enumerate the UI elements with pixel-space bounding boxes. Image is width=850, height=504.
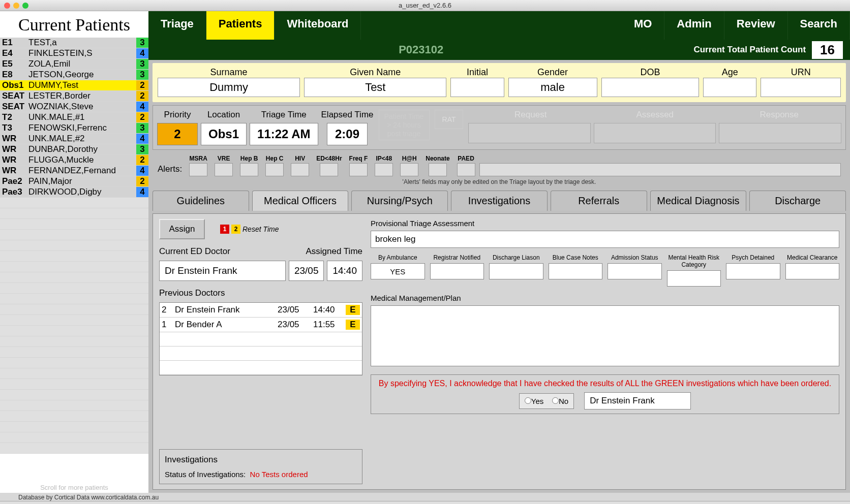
flag-adm[interactable] <box>608 263 662 279</box>
alerts-label: Alerts: <box>158 164 182 174</box>
reset-time[interactable]: 1 2 Reset Time <box>220 225 279 234</box>
ack-yes-radio[interactable] <box>525 397 531 404</box>
alerts-note: 'Alerts' fields may only be edited on th… <box>153 178 846 185</box>
fld-response[interactable] <box>719 123 841 143</box>
fld-gender[interactable]: male <box>508 78 597 97</box>
alert-Neonate[interactable] <box>429 163 447 176</box>
assigned-date[interactable]: 23/05 <box>289 261 324 281</box>
alert-PAED[interactable] <box>457 163 475 176</box>
nav-admin[interactable]: Admin <box>664 11 724 40</box>
hdr-age: Age <box>703 67 756 78</box>
hdr-gender: Gender <box>508 67 597 78</box>
patient-list[interactable]: E1TEST,a3E4FINKLESTEIN,S4E5ZOLA,Emil3E8J… <box>0 38 148 482</box>
patient-sidebar: Current Patients E1TEST,a3E4FINKLESTEIN,… <box>0 11 148 493</box>
nav-patients[interactable]: Patients <box>206 11 275 40</box>
previous-doctors-table: 2Dr Enstein Frank23/0514:40E1Dr Bender A… <box>159 302 362 375</box>
fld-surname[interactable]: Dummy <box>158 78 300 97</box>
patient-row[interactable]: E5ZOLA,Emil3 <box>0 59 148 70</box>
rat-button[interactable]: RAT <box>435 110 464 129</box>
reset-sq-2: 2 <box>231 225 240 234</box>
tab-nursing-psych[interactable]: Nursing/Psych <box>351 191 448 211</box>
tab-referrals[interactable]: Referrals <box>551 191 647 211</box>
fld-request[interactable] <box>468 123 591 143</box>
ack-yes-no[interactable]: Yes No <box>519 393 574 409</box>
nav-triage[interactable]: Triage <box>148 11 206 40</box>
tab-medical-officers[interactable]: Medical Officers <box>252 191 349 211</box>
assign-button[interactable]: Assign <box>159 219 205 239</box>
prev-doctor-row[interactable]: 1Dr Bender A23/0511:55E <box>160 318 362 332</box>
tab-discharge[interactable]: Discharge <box>749 191 846 211</box>
patient-row[interactable]: E4FINKLESTEIN,S4 <box>0 48 148 59</box>
top-nav: Triage Patients Whiteboard MO Admin Revi… <box>148 11 850 40</box>
tab-investigations[interactable]: Investigations <box>451 191 548 211</box>
patient-time-note: Patient Time > 24 hours post triage <box>379 110 430 140</box>
patient-row[interactable]: T3FENOWSKI,Ferrenc3 <box>0 123 148 134</box>
count-label: Current Total Patient Count <box>693 45 806 55</box>
fld-initial[interactable] <box>450 78 504 97</box>
flag-dl[interactable] <box>489 263 543 279</box>
flag-mc[interactable] <box>785 263 840 279</box>
flag-reg[interactable] <box>430 263 484 279</box>
ack-doctor[interactable]: Dr Enstein Frank <box>584 392 691 410</box>
status-bar: 100 ▭ Browse <box>0 501 850 504</box>
patient-row[interactable]: T2UNK.MALE,#12 <box>0 112 148 123</box>
triage-summary: Priority2 LocationObs1 Triage Time11:22 … <box>153 105 846 150</box>
alert-Freq F[interactable] <box>349 163 368 176</box>
sidebar-title: Current Patients <box>0 11 148 38</box>
fld-urn[interactable] <box>761 78 841 97</box>
investigations-box: Investigations Status of Investigations:… <box>159 449 362 484</box>
patient-row[interactable]: Pae2PAIN,Major2 <box>0 176 148 187</box>
hdr-initial: Initial <box>450 67 504 78</box>
alert-Hep B[interactable] <box>240 163 258 176</box>
patient-row[interactable]: Obs1DUMMY,Test2 <box>0 80 148 91</box>
ack-no-radio[interactable] <box>552 397 559 404</box>
inv-status-value: No Tests ordered <box>250 470 308 479</box>
hdr-dob: DOB <box>601 67 700 78</box>
patient-row[interactable]: Pae3DIRKWOOD,Digby4 <box>0 187 148 198</box>
alert-H@H[interactable] <box>400 163 418 176</box>
window-titlebar: a_user_ed_v2.6.6 <box>0 0 850 11</box>
alert-ED<48Hr[interactable] <box>320 163 338 176</box>
current-doctor[interactable]: Dr Enstein Frank <box>159 261 286 281</box>
flag-amb[interactable]: YES <box>371 263 425 279</box>
alert-VRE[interactable] <box>215 163 233 176</box>
fld-age[interactable] <box>703 78 756 97</box>
patient-row[interactable]: WRFERNANDEZ,Fernand4 <box>0 166 148 176</box>
nav-review[interactable]: Review <box>724 11 788 40</box>
tab-body: Assign 1 2 Reset Time Current ED Doctor … <box>153 213 846 490</box>
patient-row[interactable]: E1TEST,a3 <box>0 38 148 48</box>
hdr-urn: URN <box>761 67 841 78</box>
flag-pd[interactable] <box>726 263 780 279</box>
assigned-time[interactable]: 14:40 <box>327 261 362 281</box>
patient-count: 16 <box>812 41 843 59</box>
tab-guidelines[interactable]: Guidelines <box>153 191 249 211</box>
nav-search[interactable]: Search <box>788 11 850 40</box>
fld-dob[interactable] <box>601 78 700 97</box>
prev-doctor-row[interactable]: 2Dr Enstein Frank23/0514:40E <box>160 303 362 318</box>
tab-strip: Guidelines Medical Officers Nursing/Psyc… <box>153 191 846 211</box>
tab-medical-diagnosis[interactable]: Medical Diagnosis <box>650 191 747 211</box>
fld-given[interactable]: Test <box>304 78 446 97</box>
alert-IP<48[interactable] <box>375 163 393 176</box>
flag-bcn[interactable] <box>549 263 603 279</box>
alert-HIV[interactable] <box>291 163 309 176</box>
patient-row[interactable]: SEATLESTER,Border2 <box>0 91 148 102</box>
medical-management-plan[interactable] <box>371 305 839 366</box>
reset-sq-1: 1 <box>220 225 229 234</box>
alert-MSRA[interactable] <box>189 163 207 176</box>
hdr-request: Request <box>468 110 593 120</box>
patient-id: P023102 <box>148 43 693 56</box>
provisional-triage-assessment[interactable]: broken leg <box>371 231 839 248</box>
patient-row[interactable]: E8JETSON,George3 <box>0 70 148 80</box>
alert-freeform[interactable] <box>479 163 841 176</box>
nav-mo[interactable]: MO <box>622 11 664 40</box>
fld-assessed[interactable] <box>594 123 716 143</box>
alert-Hep C[interactable] <box>265 163 284 176</box>
flag-mh[interactable] <box>667 270 721 287</box>
patient-row[interactable]: WRFLUGGA,Muckle2 <box>0 155 148 166</box>
flags-grid: By AmbulanceYESRegistrar NotifiedDischar… <box>371 254 839 287</box>
patient-row[interactable]: SEATWOZNIAK,Steve4 <box>0 102 148 112</box>
patient-row[interactable]: WRUNK.MALE,#24 <box>0 134 148 144</box>
nav-whiteboard[interactable]: Whiteboard <box>275 11 361 40</box>
patient-row[interactable]: WRDUNBAR,Dorothy3 <box>0 144 148 155</box>
